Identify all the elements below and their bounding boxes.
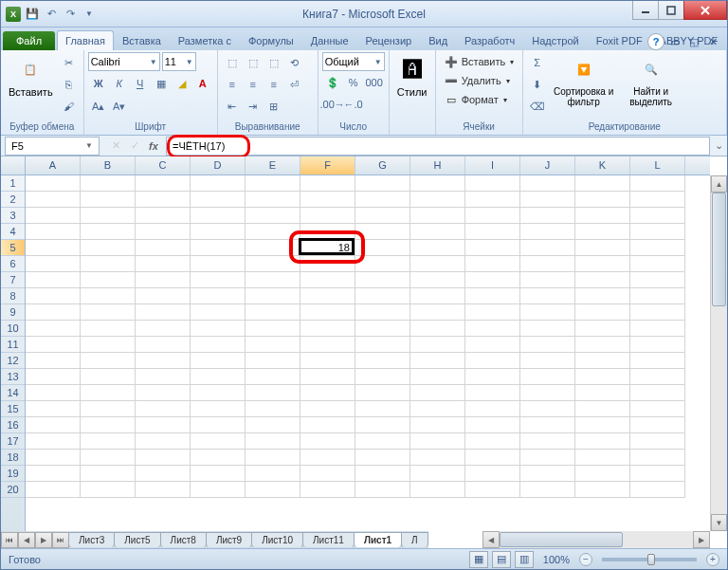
cell[interactable] bbox=[410, 337, 465, 353]
cell[interactable] bbox=[246, 288, 300, 304]
cell[interactable] bbox=[520, 208, 575, 224]
cell[interactable] bbox=[26, 466, 81, 482]
cell[interactable] bbox=[81, 466, 136, 482]
cell[interactable] bbox=[355, 272, 410, 288]
cell[interactable] bbox=[520, 353, 575, 369]
cell[interactable] bbox=[575, 417, 630, 433]
row-header[interactable]: 18 bbox=[1, 450, 25, 466]
cell[interactable] bbox=[26, 224, 81, 240]
column-header[interactable]: C bbox=[136, 156, 191, 175]
cell[interactable] bbox=[300, 272, 355, 288]
fill-icon[interactable]: ⬇ bbox=[527, 74, 548, 95]
row-header[interactable]: 20 bbox=[1, 482, 25, 498]
cell[interactable] bbox=[26, 192, 81, 208]
cell[interactable] bbox=[465, 466, 520, 482]
row-header[interactable]: 13 bbox=[1, 369, 25, 385]
close-workbook-icon[interactable]: ✕ bbox=[704, 33, 721, 50]
cell[interactable] bbox=[575, 369, 630, 385]
cell[interactable] bbox=[630, 192, 685, 208]
number-format-combo[interactable]: Общий▼ bbox=[322, 52, 385, 71]
cell[interactable] bbox=[465, 256, 520, 272]
format-cells-button[interactable]: ▭Формат▾ bbox=[440, 90, 511, 109]
cell[interactable] bbox=[410, 466, 465, 482]
cell[interactable] bbox=[575, 482, 630, 498]
cell[interactable] bbox=[300, 450, 355, 466]
cell[interactable] bbox=[300, 304, 355, 321]
cell[interactable] bbox=[575, 321, 630, 337]
cell[interactable] bbox=[575, 208, 630, 224]
cell[interactable] bbox=[26, 240, 81, 256]
cell[interactable] bbox=[246, 208, 300, 224]
cell[interactable] bbox=[355, 240, 410, 256]
cell[interactable] bbox=[575, 256, 630, 272]
row-header[interactable]: 17 bbox=[1, 433, 25, 450]
cell[interactable] bbox=[136, 482, 191, 498]
column-header[interactable]: J bbox=[520, 156, 575, 175]
cell[interactable] bbox=[136, 240, 191, 256]
cell[interactable] bbox=[300, 401, 355, 417]
cell[interactable] bbox=[520, 466, 575, 482]
cell[interactable] bbox=[520, 450, 575, 466]
align-left-icon[interactable]: ≡ bbox=[222, 74, 243, 95]
cell[interactable] bbox=[355, 192, 410, 208]
cell[interactable] bbox=[410, 433, 465, 450]
sheet-tab[interactable]: Лист9 bbox=[206, 532, 252, 547]
cell[interactable] bbox=[246, 369, 300, 385]
cell[interactable] bbox=[465, 224, 520, 240]
cell[interactable] bbox=[191, 353, 246, 369]
row-header[interactable]: 8 bbox=[1, 288, 25, 304]
cell[interactable] bbox=[81, 337, 136, 353]
cell[interactable] bbox=[520, 272, 575, 288]
cell[interactable] bbox=[575, 192, 630, 208]
cell[interactable] bbox=[300, 369, 355, 385]
cell[interactable] bbox=[465, 272, 520, 288]
cell[interactable] bbox=[630, 304, 685, 321]
cell[interactable] bbox=[136, 256, 191, 272]
cell[interactable] bbox=[81, 450, 136, 466]
scroll-left-icon[interactable]: ◀ bbox=[482, 531, 500, 548]
column-header[interactable]: K bbox=[575, 156, 630, 175]
scroll-down-icon[interactable]: ▼ bbox=[711, 514, 727, 531]
row-header[interactable]: 9 bbox=[1, 304, 25, 321]
select-all-corner[interactable] bbox=[1, 156, 26, 175]
row-header[interactable]: 2 bbox=[1, 192, 25, 208]
cell[interactable] bbox=[520, 256, 575, 272]
cell[interactable] bbox=[520, 433, 575, 450]
cell[interactable] bbox=[81, 385, 136, 401]
cell[interactable] bbox=[300, 175, 355, 192]
cell[interactable] bbox=[191, 385, 246, 401]
cell[interactable] bbox=[26, 175, 81, 192]
styles-button[interactable]: 🅰 Стили bbox=[393, 52, 431, 100]
cell[interactable] bbox=[81, 353, 136, 369]
row-header[interactable]: 14 bbox=[1, 385, 25, 401]
cell[interactable] bbox=[575, 450, 630, 466]
cell[interactable] bbox=[465, 321, 520, 337]
cell[interactable] bbox=[26, 337, 81, 353]
cell[interactable] bbox=[26, 321, 81, 337]
normal-view-icon[interactable]: ▦ bbox=[469, 551, 488, 568]
help-icon[interactable]: ? bbox=[647, 33, 664, 50]
cell[interactable] bbox=[191, 433, 246, 450]
scroll-up-icon[interactable]: ▲ bbox=[711, 175, 727, 193]
cell[interactable] bbox=[26, 353, 81, 369]
font-color-icon[interactable]: A bbox=[192, 73, 213, 94]
paste-button[interactable]: 📋 Вставить bbox=[5, 52, 57, 100]
page-layout-icon[interactable]: ▤ bbox=[492, 551, 511, 568]
horizontal-scrollbar[interactable]: ◀ ▶ bbox=[482, 531, 710, 548]
row-header[interactable]: 3 bbox=[1, 208, 25, 224]
save-icon[interactable]: 💾 bbox=[24, 6, 41, 23]
decrease-decimal-icon[interactable]: ←.0 bbox=[343, 94, 364, 115]
cell[interactable] bbox=[300, 417, 355, 433]
column-header[interactable]: D bbox=[191, 156, 246, 175]
cell[interactable] bbox=[575, 304, 630, 321]
cell[interactable] bbox=[410, 482, 465, 498]
cell[interactable] bbox=[465, 337, 520, 353]
cell[interactable] bbox=[465, 304, 520, 321]
cell[interactable] bbox=[81, 192, 136, 208]
font-size-combo[interactable]: 11▼ bbox=[162, 52, 196, 71]
cell[interactable] bbox=[136, 192, 191, 208]
cell[interactable] bbox=[191, 450, 246, 466]
cell[interactable] bbox=[191, 192, 246, 208]
cell[interactable] bbox=[465, 482, 520, 498]
cell[interactable] bbox=[246, 224, 300, 240]
